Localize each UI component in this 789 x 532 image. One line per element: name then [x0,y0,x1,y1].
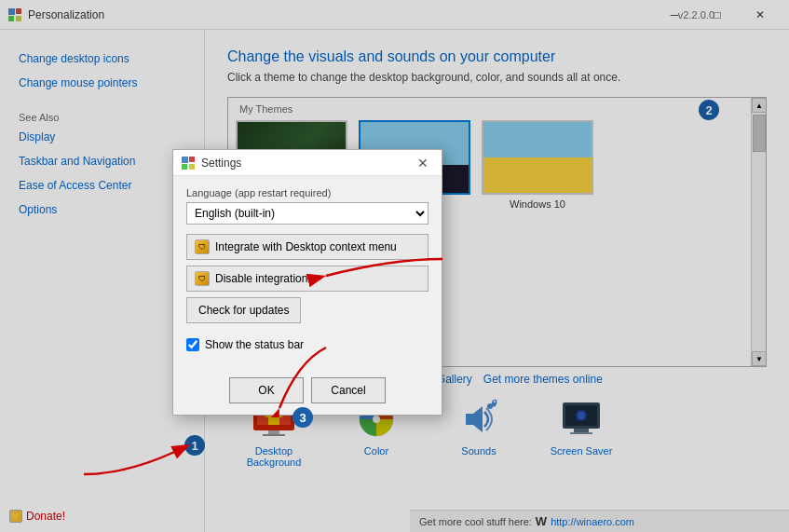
modal-title-bar: Settings ✕ [173,150,442,176]
modal-title: Settings [201,157,412,170]
check-updates-button[interactable]: Check for updates [186,297,301,323]
shield-icon-integrate: 🛡 [195,239,210,254]
integrate-button[interactable]: 🛡 Integrate with Desktop context menu [186,234,429,260]
shield-icon-disable: 🛡 [195,271,210,286]
settings-modal: Settings ✕ Language (app restart require… [172,149,442,416]
modal-body: Language (app restart required) English … [173,176,442,370]
disable-integration-button[interactable]: 🛡 Disable integration [186,266,429,292]
svg-rect-28 [189,164,195,170]
modal-icon [181,156,196,171]
modal-close-button[interactable]: ✕ [412,152,434,174]
svg-rect-25 [182,157,188,163]
show-status-bar-checkbox[interactable] [186,338,199,351]
language-label: Language (app restart required) [186,187,429,198]
cancel-button[interactable]: Cancel [311,377,386,403]
svg-rect-26 [189,157,195,162]
badge-3: 3 [292,407,313,428]
show-status-bar-label: Show the status bar [205,338,304,351]
language-select[interactable]: English (built-in) [186,202,429,225]
ok-button[interactable]: OK [229,377,304,403]
show-status-bar-row: Show the status bar [186,338,429,351]
svg-rect-27 [182,164,187,170]
